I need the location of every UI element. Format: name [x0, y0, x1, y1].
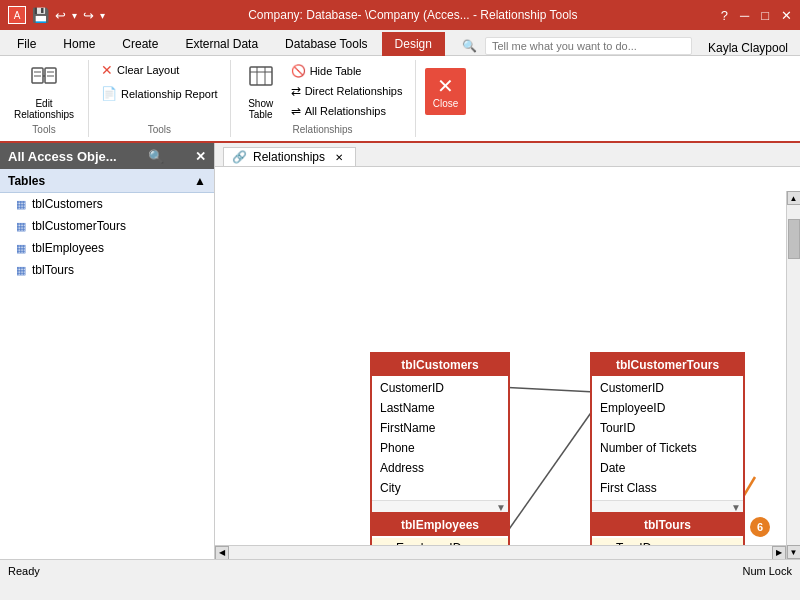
window-title: Company: Database- \Company (Acces... - … — [105, 8, 721, 22]
num-lock-text: Num Lock — [742, 565, 792, 577]
scrollbar-horizontal[interactable]: ◀ ▶ — [215, 545, 786, 559]
nav-search-icon[interactable]: 🔍 — [148, 149, 164, 164]
all-relationships-label: All Relationships — [305, 105, 386, 117]
relationship-report-icon: 📄 — [101, 86, 117, 101]
nav-item-tours[interactable]: ▦ tblTours — [0, 259, 214, 281]
field-phone: Phone — [372, 438, 508, 458]
nav-label-employees: tblEmployees — [32, 241, 104, 255]
clear-layout-label: Clear Layout — [117, 64, 179, 76]
nav-item-customer-tours[interactable]: ▦ tblCustomerTours — [0, 215, 214, 237]
status-text: Ready — [8, 565, 40, 577]
show-table-label: ShowTable — [248, 98, 273, 120]
close-btn[interactable]: ✕ Close — [425, 68, 467, 115]
left-nav: All Access Obje... 🔍 ✕ Tables ▲ ▦ tblCus… — [0, 143, 215, 559]
direct-relationships-btn[interactable]: ⇄ Direct Relationships — [287, 82, 407, 100]
close-btn[interactable]: ✕ — [781, 8, 792, 23]
nav-label-customers: tblCustomers — [32, 197, 103, 211]
edit-relationships-btn[interactable]: EditRelationships — [8, 60, 80, 122]
tab-file[interactable]: File — [4, 32, 49, 55]
table-customer-tours[interactable]: tblCustomerTours CustomerID EmployeeID T… — [590, 352, 745, 516]
nav-section-collapse[interactable]: ▲ — [194, 174, 206, 188]
direct-relationships-icon: ⇄ — [291, 84, 301, 98]
ribbon: EditRelationships Tools ✕ Clear Layout 📄… — [0, 56, 800, 143]
title-bar-left: A 💾 ↩ ▾ ↪ ▾ — [8, 6, 105, 24]
redo-btn[interactable]: ↪ — [83, 8, 94, 23]
close-group-label — [444, 124, 447, 137]
tab-home[interactable]: Home — [50, 32, 108, 55]
table-icon-customers: ▦ — [16, 198, 26, 211]
relationships-btns: 🚫 Hide Table ⇄ Direct Relationships ⇌ Al… — [287, 62, 407, 120]
content-area: 🔗 Relationships ✕ — [215, 143, 800, 559]
tab-close-icon[interactable]: ✕ — [335, 152, 343, 163]
scroll-thumb[interactable] — [788, 219, 800, 259]
svg-rect-3 — [34, 71, 41, 73]
tools2-group-label: Tools — [148, 124, 171, 137]
hide-table-icon: 🚫 — [291, 64, 306, 78]
table-customer-tours-header: tblCustomerTours — [592, 354, 743, 376]
tab-create[interactable]: Create — [109, 32, 171, 55]
scroll-right-btn[interactable]: ▶ — [772, 546, 786, 560]
tab-bar: 🔗 Relationships ✕ — [215, 143, 800, 167]
table-icon-tours: ▦ — [16, 264, 26, 277]
scroll-left-btn[interactable]: ◀ — [215, 546, 229, 560]
show-table-btn[interactable]: ShowTable — [239, 60, 283, 122]
svg-rect-4 — [34, 75, 41, 77]
show-items: ShowTable 🚫 Hide Table ⇄ Direct Relation… — [239, 60, 407, 122]
field-address: Address — [372, 458, 508, 478]
tab-icon: 🔗 — [232, 150, 247, 164]
all-relationships-btn[interactable]: ⇌ All Relationships — [287, 102, 407, 120]
status-bar: Ready Num Lock — [0, 559, 800, 581]
clear-layout-icon: ✕ — [101, 62, 113, 78]
close-label: Close — [433, 98, 459, 109]
relationship-report-label: Relationship Report — [121, 88, 218, 100]
tools-group-label: Tools — [32, 124, 55, 137]
table-employees-header: tblEmployees — [372, 514, 508, 536]
help-btn[interactable]: ? — [721, 8, 728, 23]
user-name: Kayla Claypool — [708, 41, 788, 55]
ribbon-group-close: ✕ Close — [416, 60, 476, 137]
nav-item-customers[interactable]: ▦ tblCustomers — [0, 193, 214, 215]
scrollbar-vertical[interactable]: ▲ ▼ — [786, 191, 800, 559]
nav-section-label: Tables — [8, 174, 45, 188]
tab-label: Relationships — [253, 150, 325, 164]
field-ct-customerid: CustomerID — [592, 378, 743, 398]
direct-relationships-label: Direct Relationships — [305, 85, 403, 97]
tab-design[interactable]: Design — [382, 32, 445, 56]
nav-close-icon[interactable]: ✕ — [195, 149, 206, 164]
tell-me-input[interactable] — [485, 37, 692, 55]
scroll-down-btn[interactable]: ▼ — [787, 545, 801, 559]
tools-items: EditRelationships — [8, 60, 80, 122]
main-layout: All Access Obje... 🔍 ✕ Tables ▲ ▦ tblCus… — [0, 143, 800, 559]
window-controls[interactable]: ? ─ □ ✕ — [721, 8, 792, 23]
undo-dropdown[interactable]: ▾ — [72, 10, 77, 21]
close-items: ✕ Close — [425, 60, 467, 122]
close-icon: ✕ — [437, 74, 454, 98]
nav-item-employees[interactable]: ▦ tblEmployees — [0, 237, 214, 259]
tab-external-data[interactable]: External Data — [172, 32, 271, 55]
table-tours-header: tblTours — [592, 514, 743, 536]
all-relationships-icon: ⇌ — [291, 104, 301, 118]
field-city: City — [372, 478, 508, 498]
minimize-btn[interactable]: ─ — [740, 8, 749, 23]
nav-section-header: Tables ▲ — [0, 169, 214, 193]
relationships-tab[interactable]: 🔗 Relationships ✕ — [223, 147, 356, 166]
tab-database-tools[interactable]: Database Tools — [272, 32, 381, 55]
field-ct-numtickets: Number of Tickets — [592, 438, 743, 458]
edit-relationships-label: EditRelationships — [14, 98, 74, 120]
hide-table-btn[interactable]: 🚫 Hide Table — [287, 62, 407, 80]
title-bar: A 💾 ↩ ▾ ↪ ▾ Company: Database- \Company … — [0, 0, 800, 30]
svg-rect-5 — [47, 71, 54, 73]
tools2-items: ✕ Clear Layout 📄 Relationship Report — [97, 60, 222, 122]
maximize-btn[interactable]: □ — [761, 8, 769, 23]
quick-save[interactable]: 💾 — [32, 7, 49, 23]
field-firstname: FirstName — [372, 418, 508, 438]
ribbon-group-tools: EditRelationships Tools — [0, 60, 89, 137]
scroll-up-btn[interactable]: ▲ — [787, 191, 801, 205]
clear-layout-btn[interactable]: ✕ Clear Layout — [97, 60, 183, 80]
undo-btn[interactable]: ↩ — [55, 8, 66, 23]
diagram-area[interactable]: tblCustomers CustomerID LastName FirstNa… — [215, 167, 800, 559]
field-customerid: CustomerID — [372, 378, 508, 398]
show-table-icon — [247, 62, 275, 96]
relationship-report-btn[interactable]: 📄 Relationship Report — [97, 84, 222, 103]
table-customers[interactable]: tblCustomers CustomerID LastName FirstNa… — [370, 352, 510, 516]
